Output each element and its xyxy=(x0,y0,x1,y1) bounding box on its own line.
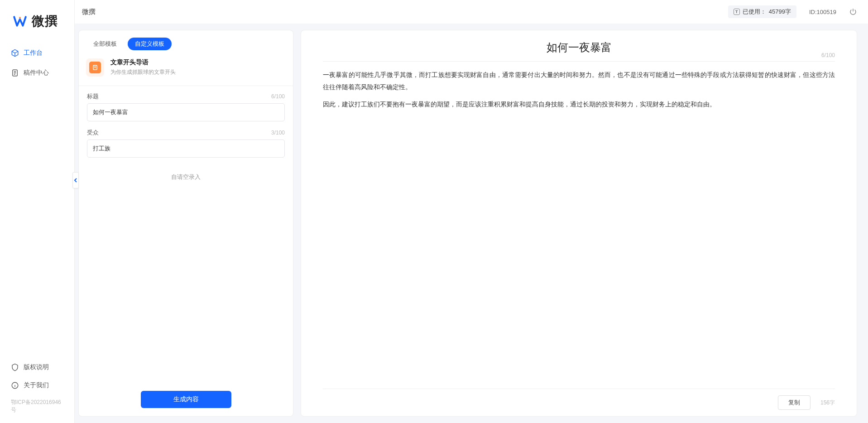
output-paragraph: 一夜暴富的可能性几乎微乎其微，而打工族想要实现财富自由，通常需要付出大量的时间和… xyxy=(323,69,835,93)
tabs: 全部模板 自定义模板 xyxy=(79,30,293,55)
id-label: ID: xyxy=(809,9,817,15)
template-header: 文章开头导语 为你生成抓眼球的文章开头 xyxy=(79,55,293,86)
power-icon[interactable] xyxy=(849,8,857,16)
logo: 微撰 xyxy=(0,0,74,44)
divider xyxy=(79,86,293,86)
nav-item-drafts[interactable]: 稿件中心 xyxy=(5,64,69,82)
tab-label: 全部模板 xyxy=(93,40,117,47)
nav-item-label: 关于我们 xyxy=(24,381,49,389)
workspace: 全部模板 自定义模板 文章开头导语 为你生成抓眼球的文章开头 xyxy=(75,24,868,423)
form: 标题 6/100 受众 3/100 自请空录入 xyxy=(79,92,293,383)
template-panel: 全部模板 自定义模板 文章开头导语 为你生成抓眼球的文章开头 xyxy=(78,30,293,417)
output-body[interactable]: 一夜暴富的可能性几乎微乎其微，而打工族想要实现财富自由，通常需要付出大量的时间和… xyxy=(323,69,835,116)
field-title: 标题 6/100 xyxy=(87,92,285,121)
tab-custom-templates[interactable]: 自定义模板 xyxy=(128,38,172,50)
usage-chip[interactable]: T 已使用： 45799字 xyxy=(728,5,796,18)
output-area: 如何一夜暴富 6/100 一夜暴富的可能性几乎微乎其微，而打工族想要实现财富自由… xyxy=(301,30,857,416)
copy-button[interactable]: 复制 xyxy=(778,395,810,410)
icp-text: 鄂ICP备2022016946号 xyxy=(5,395,69,414)
output-char-count: 156字 xyxy=(820,399,835,407)
output-footer: 复制 156字 xyxy=(323,389,835,416)
generate-wrap: 生成内容 xyxy=(79,383,293,416)
logo-icon xyxy=(13,14,27,29)
title-input[interactable] xyxy=(87,103,285,121)
nav-item-label: 工作台 xyxy=(24,49,43,57)
collapse-sidebar-button[interactable] xyxy=(72,172,79,188)
template-icon xyxy=(86,58,104,77)
nav-item-label: 稿件中心 xyxy=(24,69,49,77)
field-audience: 受众 3/100 xyxy=(87,129,285,158)
usage-value: 45799字 xyxy=(769,8,791,16)
topbar: 微撰 T 已使用： 45799字 ID:100519 xyxy=(75,0,868,24)
field-label: 受众 xyxy=(87,129,99,137)
cube-icon xyxy=(11,49,19,57)
logo-text: 微撰 xyxy=(32,13,58,30)
template-desc: 为你生成抓眼球的文章开头 xyxy=(110,68,176,76)
tab-label: 自定义模板 xyxy=(135,40,164,47)
topbar-right: T 已使用： 45799字 ID:100519 xyxy=(728,5,857,18)
output-title: 如何一夜暴富 xyxy=(323,40,835,55)
extra-input-hint[interactable]: 自请空录入 xyxy=(87,165,285,189)
nav: 工作台 稿件中心 xyxy=(0,44,74,359)
output-panel: 如何一夜暴富 6/100 一夜暴富的可能性几乎微乎其微，而打工族想要实现财富自由… xyxy=(301,30,857,417)
generate-button[interactable]: 生成内容 xyxy=(141,391,231,408)
chevron-left-icon xyxy=(74,178,77,183)
document-icon xyxy=(92,64,98,71)
main: 微撰 T 已使用： 45799字 ID:100519 全部模板 xyxy=(75,0,868,423)
user-id: ID:100519 xyxy=(809,9,836,15)
field-count: 3/100 xyxy=(271,130,285,136)
nav-item-workspace[interactable]: 工作台 xyxy=(5,44,69,62)
info-icon xyxy=(11,381,19,389)
audience-input[interactable] xyxy=(87,139,285,158)
nav-item-label: 版权说明 xyxy=(24,363,49,371)
field-label: 标题 xyxy=(87,92,99,101)
nav-item-copyright[interactable]: 版权说明 xyxy=(5,359,69,376)
output-title-count: 6/100 xyxy=(821,52,835,58)
template-meta: 文章开头导语 为你生成抓眼球的文章开头 xyxy=(110,58,176,77)
text-icon: T xyxy=(734,9,740,15)
page-title: 微撰 xyxy=(82,8,96,16)
output-paragraph: 因此，建议打工族们不要抱有一夜暴富的期望，而是应该注重积累财富和提高自身技能，通… xyxy=(323,98,835,111)
output-title-row: 如何一夜暴富 6/100 xyxy=(323,40,835,62)
template-title: 文章开头导语 xyxy=(110,58,176,67)
id-value: 100519 xyxy=(817,9,836,15)
sidebar: 微撰 工作台 稿件中心 版权说明 xyxy=(0,0,75,423)
field-count: 6/100 xyxy=(271,93,285,100)
tab-all-templates[interactable]: 全部模板 xyxy=(86,38,124,50)
usage-label: 已使用： xyxy=(743,8,766,16)
doc-icon xyxy=(11,69,19,77)
shield-icon xyxy=(11,363,19,371)
nav-item-about[interactable]: 关于我们 xyxy=(5,377,69,394)
sidebar-bottom: 版权说明 关于我们 鄂ICP备2022016946号 xyxy=(0,359,74,423)
